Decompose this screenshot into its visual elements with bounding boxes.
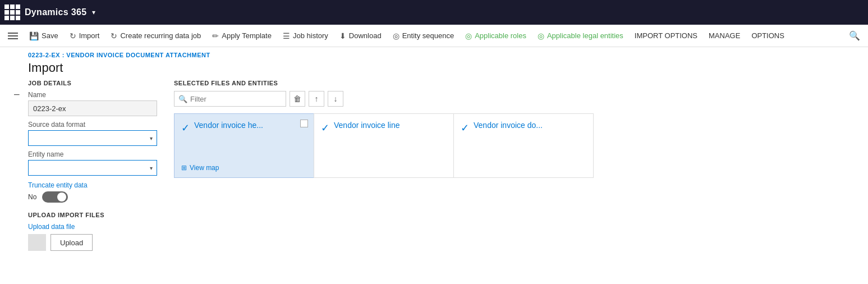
- filter-col: ⎯: [11, 80, 22, 251]
- apply-template-label: Apply Template: [222, 31, 272, 40]
- entity-card: ✓ Vendor invoice line: [314, 113, 454, 178]
- recurring-icon: ↻: [111, 31, 117, 40]
- entity-name-text: Vendor invoice line: [334, 121, 447, 130]
- toggle-knob: [57, 193, 66, 201]
- recurring-button[interactable]: ↻ Create recurring data job: [105, 25, 206, 47]
- page-title: Import: [0, 59, 868, 80]
- entity-name-text: Vendor invoice he...: [194, 121, 307, 130]
- map-icon: ⊞: [181, 164, 187, 172]
- search-button[interactable]: 🔍: [843, 25, 866, 47]
- breadcrumb: 0223-2-EX : VENDOR INVOICE DOCUMENT ATTA…: [0, 47, 868, 59]
- delete-button[interactable]: 🗑: [290, 91, 305, 107]
- selected-files-header: SELECTED FILES AND ENTITIES: [174, 80, 857, 86]
- apply-template-button[interactable]: ✏ Apply Template: [206, 25, 277, 47]
- toolbar: 💾 Save ↻ Import ↻ Create recurring data …: [0, 25, 868, 47]
- entity-cards: ✓ Vendor invoice he... ⊞ View map: [174, 113, 857, 178]
- entity-card: ✓ Vendor invoice do...: [453, 113, 594, 178]
- entity-check-icon: ✓: [461, 122, 469, 134]
- entity-name-label: Entity name: [28, 150, 157, 158]
- options-button[interactable]: OPTIONS: [746, 25, 790, 47]
- import-button[interactable]: ↻ Import: [64, 25, 105, 47]
- filter-toolbar: 🔍 🗑 ↑ ↓: [174, 91, 857, 107]
- upload-button[interactable]: Upload: [50, 234, 93, 251]
- source-data-format-label: Source data format: [28, 121, 157, 129]
- entity-seq-icon: ◎: [393, 31, 399, 40]
- choose-file-button[interactable]: [28, 234, 46, 251]
- source-data-format-select[interactable]: [28, 130, 157, 146]
- applicable-legal-button[interactable]: ◎ Applicable legal entities: [532, 25, 629, 47]
- import-icon: ↻: [70, 31, 76, 40]
- pencil-icon: ✏: [212, 31, 219, 40]
- source-data-format-wrap: ▾: [28, 130, 157, 146]
- filter-sidebar-button[interactable]: ⎯: [11, 85, 22, 95]
- brand-title: Dynamics 365: [25, 7, 86, 17]
- filter-search-icon: 🔍: [178, 95, 187, 103]
- entity-card: ✓ Vendor invoice he... ⊞ View map: [174, 113, 314, 178]
- upload-section: UPLOAD IMPORT FILES Upload data file Upl…: [28, 212, 157, 251]
- entity-name-select[interactable]: [28, 160, 157, 176]
- job-history-label: Job history: [293, 31, 328, 40]
- view-map-button[interactable]: ⊞ View map: [181, 164, 219, 172]
- filter-input[interactable]: [174, 91, 286, 107]
- search-icon: 🔍: [849, 30, 860, 41]
- download-icon: ⬇: [339, 31, 346, 40]
- arrow-up-icon: ↑: [315, 94, 319, 103]
- manage-label: MANAGE: [709, 31, 740, 40]
- filter-input-wrap: 🔍: [174, 91, 286, 107]
- brand-chevron-icon[interactable]: ▾: [92, 8, 95, 16]
- truncate-value-text: No: [28, 193, 36, 201]
- entity-card-top: ✓ Vendor invoice do...: [454, 114, 593, 139]
- truncate-toggle[interactable]: [42, 191, 68, 203]
- legal-icon: ◎: [538, 31, 544, 40]
- trash-icon: 🗑: [293, 94, 301, 103]
- entity-sequence-label: Entity sequence: [402, 31, 454, 40]
- hamburger-button[interactable]: [2, 25, 24, 47]
- entity-card-top: ✓ Vendor invoice he...: [174, 114, 314, 139]
- move-down-button[interactable]: ↓: [328, 91, 343, 107]
- import-label: Import: [79, 31, 100, 40]
- entity-name-wrap: ▾: [28, 160, 157, 176]
- arrow-down-icon: ↓: [334, 94, 338, 103]
- applicable-legal-label: Applicable legal entities: [547, 31, 623, 40]
- job-history-button[interactable]: ☰ Job history: [277, 25, 334, 47]
- roles-icon: ◎: [465, 31, 472, 40]
- save-icon: 💾: [29, 31, 39, 40]
- upload-buttons: Upload: [28, 234, 157, 251]
- entity-card-top: ✓ Vendor invoice line: [314, 114, 453, 139]
- brand-bar: Dynamics 365 ▾: [0, 0, 868, 25]
- entity-card-bottom: [314, 167, 453, 177]
- options-label: OPTIONS: [751, 31, 784, 40]
- page-content: 0223-2-EX : VENDOR INVOICE DOCUMENT ATTA…: [0, 47, 868, 251]
- upload-section-header: UPLOAD IMPORT FILES: [28, 212, 157, 218]
- truncate-entity-label: Truncate entity data: [28, 181, 157, 189]
- save-button[interactable]: 💾 Save: [24, 25, 64, 47]
- applicable-roles-button[interactable]: ◎ Applicable roles: [460, 25, 532, 47]
- job-details-header: JOB DETAILS: [28, 80, 157, 86]
- left-panel: JOB DETAILS Name Source data format ▾ En…: [28, 80, 157, 251]
- import-options-button[interactable]: IMPORT OPTIONS: [629, 25, 703, 47]
- recurring-label: Create recurring data job: [120, 31, 201, 40]
- save-label: Save: [42, 31, 58, 40]
- list-icon: ☰: [283, 31, 290, 40]
- entity-sequence-button[interactable]: ◎ Entity sequence: [387, 25, 460, 47]
- download-button[interactable]: ⬇ Download: [334, 25, 387, 47]
- entity-name-text: Vendor invoice do...: [474, 121, 586, 130]
- manage-button[interactable]: MANAGE: [703, 25, 746, 47]
- entity-check-icon: ✓: [181, 122, 190, 134]
- name-label: Name: [28, 91, 157, 99]
- entity-check-icon: ✓: [321, 122, 329, 134]
- download-label: Download: [349, 31, 382, 40]
- right-panel: SELECTED FILES AND ENTITIES 🔍 🗑 ↑ ↓: [174, 80, 857, 251]
- name-input[interactable]: [28, 100, 157, 116]
- toggle-row: No: [28, 191, 157, 203]
- import-options-label: IMPORT OPTIONS: [635, 31, 697, 40]
- entity-card-bottom: [454, 167, 593, 177]
- entity-card-checkbox[interactable]: [300, 120, 308, 127]
- entity-card-bottom: ⊞ View map: [174, 159, 314, 177]
- move-up-button[interactable]: ↑: [309, 91, 324, 107]
- view-map-label: View map: [190, 164, 219, 172]
- applicable-roles-label: Applicable roles: [475, 31, 526, 40]
- upload-file-label: Upload data file: [28, 223, 157, 231]
- app-grid-icon[interactable]: [4, 4, 20, 20]
